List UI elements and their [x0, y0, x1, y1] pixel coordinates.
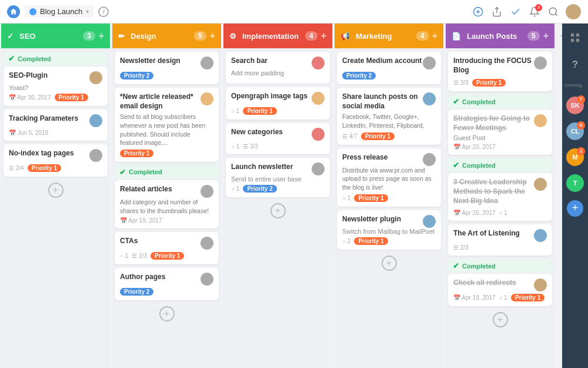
share-icon[interactable] [490, 5, 503, 18]
column-header-seo: ✓SEO3+ [1, 24, 110, 48]
project-dot [29, 8, 36, 15]
add-card-button[interactable]: + [493, 312, 508, 327]
column-add-icon[interactable]: + [321, 31, 326, 41]
list-item[interactable]: Newsletter designPriority 2 [115, 52, 219, 84]
column-body-design: Newsletter designPriority 2*New article … [112, 48, 221, 368]
list-item[interactable]: Create Medium accountPriority 2 [337, 52, 441, 84]
list-item[interactable]: Tracking Parameters📅 Jun 5, 2019 [4, 110, 108, 141]
search-icon[interactable] [547, 5, 560, 18]
add-member-button[interactable]: + [567, 200, 583, 217]
table-row[interactable]: Strategies for Going to Fewer MeetingsGu… [448, 110, 552, 155]
marketing-icon: 📢 [340, 32, 350, 41]
card-desc: Send to all blog subscribers whenever a … [120, 112, 213, 147]
column-design: ✏Design5+Newsletter designPriority 2*New… [112, 24, 221, 368]
nav-left: Blog Launch ▾ i [7, 5, 109, 18]
main-layout: ✓SEO3+✔CompletedSEO-PluginYoast?📅 Apr 30… [0, 24, 588, 368]
card-title: Strategies for Going to Fewer Meetings [453, 114, 534, 132]
priority-badge: Priority 1 [151, 252, 184, 260]
svg-rect-7 [576, 34, 579, 37]
column-marketing: 📢Marketing4+Create Medium accountPriorit… [335, 24, 443, 368]
column-add-icon[interactable]: + [210, 31, 215, 41]
user-avatar-t[interactable]: T [566, 174, 584, 192]
check-icon[interactable] [509, 5, 522, 18]
card-meta: ☰ 2/3 [453, 244, 469, 251]
add-icon[interactable] [472, 5, 485, 18]
priority-badge: Priority 1 [472, 79, 506, 87]
add-card-button[interactable]: + [159, 306, 175, 321]
completed-banner: ✔Completed [448, 259, 552, 273]
card-title: SEO-Plugin [9, 71, 48, 81]
column-add-icon[interactable]: + [432, 31, 437, 41]
completed-banner: ✔Completed [4, 52, 108, 65]
list-item[interactable]: No-index tag pages☰ 2/4Priority 1 [4, 144, 108, 177]
list-item[interactable]: Share launch posts on social mediaFacebo… [337, 88, 441, 145]
chevron-down-icon: ▾ [86, 8, 89, 15]
svg-rect-8 [571, 39, 574, 42]
svg-line-5 [555, 14, 557, 15]
card-avatar [423, 153, 436, 166]
project-selector[interactable]: Blog Launch ▾ [25, 5, 93, 18]
card-subtitle: Guest Post [453, 134, 547, 141]
home-icon[interactable] [7, 5, 20, 18]
add-column-button[interactable]: + [556, 24, 562, 368]
help-icon[interactable]: ? [566, 55, 584, 74]
list-item[interactable]: Newsletter pluginSwitch from Mailbag to … [337, 210, 441, 250]
table-row[interactable]: Related articlesAdd category and number … [115, 180, 219, 228]
table-row[interactable]: 3 Creative Leadership Methods to Spark t… [448, 173, 552, 221]
priority-badge: Priority 1 [55, 94, 88, 101]
priority-badge: Priority 1 [361, 132, 395, 140]
list-item[interactable]: *New article released* email designSend … [115, 88, 219, 162]
priority-badge: Priority 2 [342, 72, 376, 79]
priority-badge: Priority 2 [243, 185, 276, 193]
column-count: 3 [83, 31, 95, 41]
card-title: Check all redirects [453, 279, 516, 288]
card-avatar [201, 185, 213, 198]
list-item[interactable]: CTAs○ 1☰ 2/3Priority 1 [115, 232, 219, 264]
priority-badge: Priority 1 [354, 237, 387, 245]
nav-right: 3 [472, 4, 581, 19]
table-row[interactable]: Check all redirects📅 Apr 19, 2017○ 1Prio… [448, 274, 552, 306]
column-implementation: ⚙Implementation4+Search barAdd more padd… [223, 24, 332, 368]
list-item[interactable]: Launch newsletterSend to entire user bas… [226, 158, 330, 197]
column-body-launch: Introducing the FOCUS Blog☰ 3/3Priority … [446, 48, 554, 368]
card-avatar [312, 92, 325, 105]
card-avatar [534, 57, 547, 69]
list-item[interactable]: Author pagesPriority 2 [115, 268, 219, 300]
card-avatar [312, 128, 325, 141]
card-avatar [201, 92, 213, 105]
card-avatar [201, 57, 213, 69]
top-navigation: Blog Launch ▾ i 3 [0, 0, 588, 24]
list-item[interactable]: Introducing the FOCUS Blog☰ 3/3Priority … [448, 52, 552, 91]
list-item[interactable]: Press releaseDistribute via www.pr.com a… [337, 148, 441, 207]
launch-icon: 📄 [452, 32, 461, 41]
list-item[interactable]: The Art of Listening☰ 2/3 [448, 224, 552, 256]
grid-icon[interactable] [566, 28, 584, 47]
add-card-button[interactable]: + [270, 203, 286, 218]
list-item[interactable]: Opengraph image tags○ 1Priority 1 [226, 87, 330, 120]
card-meta: ○ 1 [499, 294, 507, 301]
cl-badge: 8 [577, 121, 585, 130]
list-item[interactable]: New categories○ 1☰ 3/3 [226, 123, 330, 154]
m-badge: 1 [577, 147, 585, 155]
card-avatar [423, 57, 436, 69]
column-label: SEO [19, 32, 35, 41]
table-row[interactable]: SEO-PluginYoast?📅 Apr 30, 2017Priority 1 [4, 67, 108, 106]
user-avatar[interactable] [566, 4, 581, 19]
card-avatar [423, 215, 436, 228]
implementation-icon: ⚙ [229, 32, 236, 41]
card-avatar [201, 273, 213, 286]
add-card-button[interactable]: + [48, 183, 64, 198]
info-icon[interactable]: i [98, 6, 109, 17]
column-add-icon[interactable]: + [543, 31, 549, 41]
column-add-icon[interactable]: + [99, 31, 104, 41]
add-card-button[interactable]: + [382, 256, 397, 271]
card-meta: ○ 1 [231, 185, 239, 192]
card-subtitle: Send to entire user base [231, 175, 325, 183]
user-avatar-m[interactable]: M 1 [566, 148, 584, 166]
list-item[interactable]: Search barAdd more padding [226, 52, 330, 84]
priority-badge: Priority 1 [243, 107, 276, 115]
notifications-icon[interactable]: 3 [528, 5, 541, 18]
user-avatar-sk[interactable]: SK 7 [566, 97, 584, 114]
card-subtitle: Switch from Mailbag to MailPoet [342, 228, 436, 235]
user-avatar-cl[interactable]: CL 8 [566, 122, 584, 140]
